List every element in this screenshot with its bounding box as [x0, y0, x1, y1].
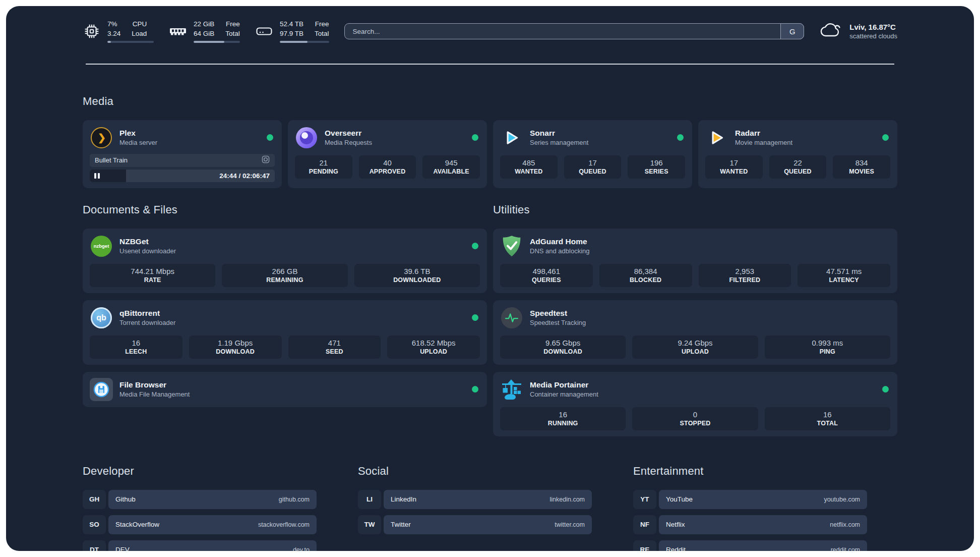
stat-total: 16 TOTAL — [765, 407, 890, 430]
status-online-dot — [882, 134, 889, 141]
memory-icon — [169, 26, 187, 37]
bookmark-name: StackOverflow — [115, 521, 159, 528]
stat-value: 0.993 ms — [767, 339, 888, 347]
stat-label: RATE — [92, 276, 213, 284]
service-title: Radarr — [735, 129, 792, 138]
stat-series: 196 SERIES — [628, 155, 685, 179]
bookmark-netflix[interactable]: NF Netflix netflix.com — [633, 515, 867, 534]
service-subtitle: Movie management — [735, 139, 792, 146]
bookmark-abbr: SO — [83, 515, 106, 534]
service-title: Plex — [119, 129, 157, 138]
bookmark-group-social: Social LI LinkedIn linkedin.com TW Twitt… — [358, 465, 592, 551]
service-subtitle: Media Requests — [325, 139, 372, 146]
resource-widgets: 7% 3.24 CPU Load — [83, 20, 329, 42]
playback-time: 24:44 / 02:06:47 — [219, 172, 275, 180]
service-card-plex[interactable]: ❯ Plex Media server Bullet Train — [83, 120, 282, 188]
service-card-overseerr[interactable]: Overseerr Media Requests 21 PENDING 40 A… — [288, 120, 487, 188]
service-subtitle: Media server — [119, 139, 157, 146]
stat-latency: 47.571 ms LATENCY — [798, 264, 890, 287]
stat-value: 9.65 Gbps — [502, 339, 624, 347]
bookmark-group-developer: Developer GH Github github.com SO StackO… — [83, 465, 317, 551]
bookmark-abbr: TW — [358, 515, 381, 534]
stat-value: 744.21 Mbps — [92, 267, 213, 275]
service-card-filebrowser[interactable]: File Browser Media File Management — [83, 372, 487, 407]
playback-progress-bar: 24:44 / 02:06:47 — [90, 170, 275, 182]
service-card-radarr[interactable]: Radarr Movie management 17 WANTED 22 QUE… — [698, 120, 897, 188]
bookmark-twitter[interactable]: TW Twitter twitter.com — [358, 515, 592, 534]
status-online-dot — [472, 134, 478, 141]
bookmark-dev[interactable]: DT DEV dev.to — [83, 540, 317, 551]
stat-queries: 498,461 QUERIES — [500, 264, 593, 287]
service-subtitle: DNS and adblocking — [530, 247, 590, 255]
stat-label: PENDING — [297, 168, 350, 175]
stat-value: 2,953 — [701, 267, 789, 275]
stat-leech: 16 LEECH — [90, 336, 182, 359]
service-card-speedtest[interactable]: Speedtest Speedtest Tracking 9.65 Gbps D… — [493, 300, 897, 365]
overseerr-icon — [295, 126, 318, 149]
stat-value: 471 — [290, 339, 379, 347]
stat-movies: 834 MOVIES — [833, 155, 890, 179]
disk-icon — [255, 25, 273, 37]
stat-download: 9.65 Gbps DOWNLOAD — [500, 336, 626, 359]
stat-stopped: 0 STOPPED — [632, 407, 758, 430]
stat-value: 485 — [502, 158, 556, 167]
bookmark-reddit[interactable]: RE Reddit reddit.com — [633, 540, 867, 551]
cpu-usage: 7% — [107, 20, 120, 29]
stat-value: 945 — [424, 158, 478, 167]
bookmark-url: stackoverflow.com — [258, 521, 310, 528]
cloud-icon — [819, 22, 842, 40]
section-title-media: Media — [83, 95, 897, 108]
status-online-dot — [267, 134, 273, 141]
memory-free: 22 GiB — [194, 20, 214, 29]
bookmark-stackoverflow[interactable]: SO StackOverflow stackoverflow.com — [83, 515, 317, 534]
nzbget-icon: nzbget — [90, 235, 113, 258]
stat-label: DOWNLOAD — [191, 348, 280, 355]
service-subtitle: Container management — [530, 391, 598, 398]
bookmark-name: Twitter — [391, 521, 411, 528]
service-card-sonarr[interactable]: Sonarr Series management 485 WANTED 17 Q… — [493, 120, 692, 188]
dashboard: 7% 3.24 CPU Load — [6, 6, 974, 551]
bookmark-group-entertainment: Entertainment YT YouTube youtube.com NF … — [633, 465, 867, 551]
playback-progress-fill — [90, 170, 126, 182]
search-engine-button[interactable]: G — [780, 23, 804, 39]
search-input[interactable] — [344, 23, 805, 39]
cpu-icon — [83, 23, 101, 39]
stat-queued: 17 QUEUED — [564, 155, 622, 179]
stat-wanted: 485 WANTED — [500, 155, 558, 179]
service-title: File Browser — [119, 380, 190, 389]
stat-running: 16 RUNNING — [500, 407, 626, 430]
service-card-nzbget[interactable]: nzbget NZBGet Usenet downloader 744.21 M… — [83, 229, 487, 293]
bookmark-github[interactable]: GH Github github.com — [83, 490, 317, 509]
stat-value: 39.6 TB — [356, 267, 478, 275]
stat-label: MOVIES — [835, 168, 888, 175]
stat-label: REMAINING — [224, 276, 345, 284]
service-card-adguard[interactable]: AdGuard Home DNS and adblocking 498,461 … — [493, 229, 897, 293]
pause-icon — [94, 173, 96, 179]
service-card-portainer[interactable]: Media Portainer Container management 16 … — [493, 372, 897, 436]
disk-total-label: Total — [315, 29, 329, 38]
media-type-icon — [262, 155, 270, 165]
bookmark-name: YouTube — [666, 495, 693, 503]
stat-value: 196 — [630, 158, 683, 167]
cpu-progress-bar — [107, 41, 154, 43]
service-card-qbittorrent[interactable]: qb qBittorrent Torrent downloader 16 LEE… — [83, 300, 487, 365]
memory-total: 64 GiB — [194, 29, 214, 38]
top-bar: 7% 3.24 CPU Load — [83, 18, 897, 44]
stat-value: 9.24 Gbps — [634, 339, 756, 347]
speedtest-icon — [500, 306, 523, 329]
bookmark-youtube[interactable]: YT YouTube youtube.com — [633, 490, 867, 509]
section-media: Media ❯ Plex Media server Bullet Train — [83, 95, 897, 188]
bookmark-linkedin[interactable]: LI LinkedIn linkedin.com — [358, 490, 592, 509]
bookmark-name: DEV — [115, 546, 130, 551]
stat-label: BLOCKED — [601, 276, 690, 284]
stat-download: 1.19 Gbps DOWNLOAD — [189, 336, 282, 359]
stat-value: 17 — [566, 158, 620, 167]
bookmark-name: Netflix — [666, 521, 685, 528]
disk-progress-bar — [280, 41, 329, 43]
section-documents: Documents & Files nzbget NZBGet Usenet d… — [83, 203, 487, 436]
stat-value: 618.52 Mbps — [389, 339, 478, 347]
status-online-dot — [677, 134, 684, 141]
bookmark-url: netflix.com — [830, 521, 860, 528]
service-title: Media Portainer — [530, 380, 598, 389]
stat-value: 1.19 Gbps — [191, 339, 280, 347]
